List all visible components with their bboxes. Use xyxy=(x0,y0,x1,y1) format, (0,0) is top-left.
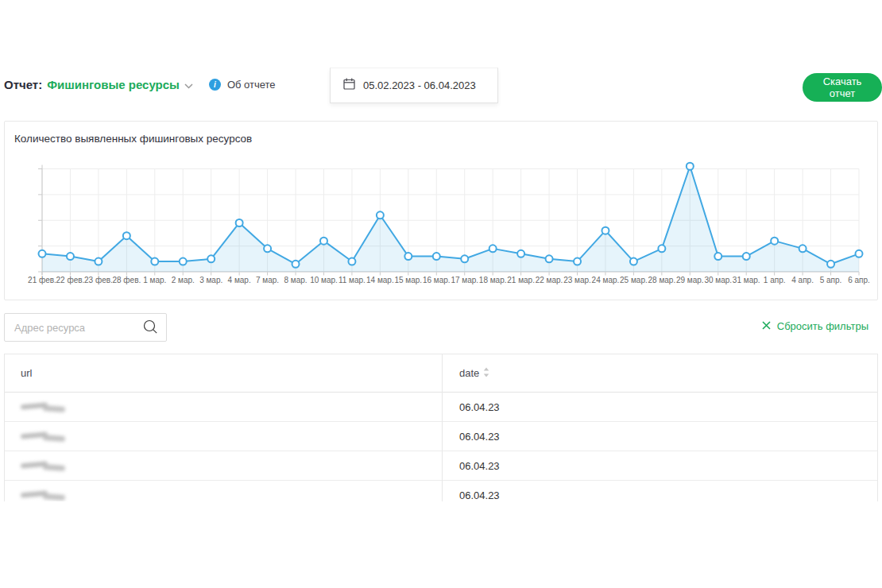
svg-text:6 апр.: 6 апр. xyxy=(848,276,870,284)
svg-text:31 мар.: 31 мар. xyxy=(733,276,760,284)
search-icon xyxy=(142,319,158,337)
about-report-link[interactable]: i Об отчете xyxy=(209,79,276,91)
svg-text:25 мар.: 25 мар. xyxy=(620,276,648,284)
url-cell-redacted xyxy=(5,460,442,471)
svg-text:4 мар.: 4 мар. xyxy=(228,276,251,284)
table-row[interactable]: 06.04.23 xyxy=(5,451,877,481)
table-body: 06.04.23 06.04.23 06.04.23 06.04.23 xyxy=(5,393,877,501)
results-table: url date 06.04.23 06.04.23 06.04.23 xyxy=(4,354,878,501)
svg-text:8 мар.: 8 мар. xyxy=(284,276,307,284)
svg-text:1 мар.: 1 мар. xyxy=(143,276,166,284)
url-cell-redacted xyxy=(5,489,442,501)
url-cell-redacted xyxy=(5,431,442,442)
svg-text:21 мар.: 21 мар. xyxy=(507,276,535,284)
svg-text:2 мар.: 2 мар. xyxy=(172,276,195,284)
info-icon: i xyxy=(209,79,221,91)
sort-icon xyxy=(483,367,489,380)
redacted-url-blob xyxy=(21,401,67,412)
svg-text:11 мар.: 11 мар. xyxy=(338,276,366,284)
date-cell: 06.04.23 xyxy=(442,489,500,501)
redacted-url-blob xyxy=(21,431,67,442)
phishing-report-page: Отчет: Фишинговые ресурсы i Об отчете 05… xyxy=(0,0,882,588)
report-type-value: Фишинговые ресурсы xyxy=(47,78,180,91)
svg-text:7 мар.: 7 мар. xyxy=(256,276,279,284)
chart-title: Количество выявленных фишинговых ресурсо… xyxy=(14,133,252,145)
about-report-label: Об отчете xyxy=(227,79,276,91)
download-report-button[interactable]: Скачать отчет xyxy=(803,73,882,102)
table-row[interactable]: 06.04.23 xyxy=(5,422,877,451)
reset-filters-label: Сбросить фильтры xyxy=(777,320,868,332)
date-cell: 06.04.23 xyxy=(442,401,500,413)
date-range-value: 05.02.2023 - 06.04.2023 xyxy=(363,79,476,91)
svg-text:24 мар.: 24 мар. xyxy=(592,276,620,284)
svg-text:28 мар.: 28 мар. xyxy=(648,276,676,284)
column-divider xyxy=(442,354,443,501)
search-button[interactable] xyxy=(139,319,166,337)
svg-text:10 мар.: 10 мар. xyxy=(310,276,338,284)
url-cell-redacted xyxy=(5,401,442,412)
svg-text:17 мар.: 17 мар. xyxy=(451,276,478,284)
table-header-row: url date xyxy=(5,354,877,393)
svg-text:15 мар.: 15 мар. xyxy=(394,276,422,284)
redacted-url-blob xyxy=(21,460,67,471)
svg-text:1 апр.: 1 апр. xyxy=(764,276,786,284)
svg-text:29 мар.: 29 мар. xyxy=(676,276,704,284)
report-label: Отчет: xyxy=(4,78,42,91)
svg-text:23 мар.: 23 мар. xyxy=(563,276,591,284)
svg-text:23 фев.: 23 фев. xyxy=(84,276,113,284)
svg-text:22 фев.: 22 фев. xyxy=(56,276,85,284)
svg-text:3 мар.: 3 мар. xyxy=(199,276,222,284)
report-header: Отчет: Фишинговые ресурсы i Об отчете xyxy=(4,78,276,91)
svg-text:22 мар.: 22 мар. xyxy=(536,276,563,284)
svg-text:14 мар.: 14 мар. xyxy=(366,276,394,284)
chart-card: 21 фев.22 фев.23 фев.28 фев.1 мар.2 мар.… xyxy=(4,121,878,300)
column-header-url: url xyxy=(5,367,442,379)
reset-filters-button[interactable]: Сбросить фильтры xyxy=(762,320,868,332)
table-row[interactable]: 06.04.23 xyxy=(5,393,877,422)
svg-text:28 фев.: 28 фев. xyxy=(112,276,141,284)
svg-text:4 апр.: 4 апр. xyxy=(791,276,814,284)
resource-search-input[interactable] xyxy=(5,322,139,334)
table-row[interactable]: 06.04.23 xyxy=(5,481,877,501)
redacted-url-blob xyxy=(21,489,67,501)
column-header-date-label: date xyxy=(459,367,479,379)
resource-search-box xyxy=(4,313,167,342)
svg-text:16 мар.: 16 мар. xyxy=(423,276,451,284)
column-header-date[interactable]: date xyxy=(442,367,489,380)
date-cell: 06.04.23 xyxy=(442,460,500,472)
date-range-picker[interactable]: 05.02.2023 - 06.04.2023 xyxy=(330,68,498,103)
chevron-down-icon xyxy=(184,79,193,91)
svg-text:18 мар.: 18 мар. xyxy=(479,276,507,284)
svg-text:30 мар.: 30 мар. xyxy=(704,276,732,284)
svg-text:21 фев.: 21 фев. xyxy=(28,276,56,284)
date-cell: 06.04.23 xyxy=(442,431,500,443)
report-type-select[interactable]: Фишинговые ресурсы xyxy=(47,78,193,91)
svg-text:5 апр.: 5 апр. xyxy=(820,276,842,284)
phishing-line-chart: 21 фев.22 фев.23 фев.28 фев.1 мар.2 мар.… xyxy=(5,122,877,300)
calendar-icon xyxy=(343,78,355,93)
close-icon xyxy=(762,320,771,332)
